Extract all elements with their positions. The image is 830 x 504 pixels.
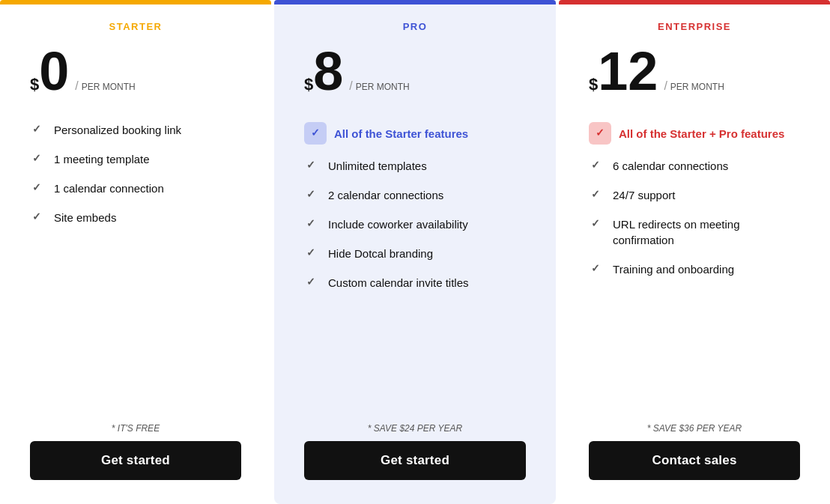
enterprise-feature-3: ✓Training and onboarding <box>589 261 800 277</box>
starter-per-month: PER MONTH <box>82 82 136 92</box>
enterprise-price-amount: 12 <box>598 44 658 98</box>
pro-slash: / <box>349 79 352 93</box>
plan-col-pro: PRO$8/PER MONTH✓All of the Starter featu… <box>274 0 556 504</box>
pro-price-period: /PER MONTH <box>349 79 409 93</box>
enterprise-highlight-text: All of the Starter + Pro features <box>619 126 784 142</box>
enterprise-per-month: PER MONTH <box>670 82 724 92</box>
check-icon: ✓ <box>589 188 602 201</box>
check-icon: ✓ <box>304 217 318 231</box>
enterprise-feature-1: ✓24/7 support <box>589 187 800 203</box>
pro-feature-text-2: Include coworker availability <box>328 216 468 232</box>
check-icon: ✓ <box>30 123 43 136</box>
pro-highlight-text: All of the Starter features <box>334 126 468 142</box>
pro-feature-2: ✓Include coworker availability <box>304 216 526 232</box>
check-icon: ✓ <box>30 210 43 224</box>
starter-price-row: $0/PER MONTH <box>30 44 241 98</box>
pro-feature-1: ✓2 calendar connections <box>304 187 526 203</box>
pro-feature-text-0: Unlimited templates <box>328 158 427 174</box>
pro-feature-text-3: Hide Dotcal branding <box>328 246 433 261</box>
starter-slash: / <box>75 79 78 93</box>
starter-top-bar <box>0 0 271 4</box>
starter-cta-button[interactable]: Get started <box>30 441 241 480</box>
pro-per-month: PER MONTH <box>356 82 410 92</box>
check-icon: ✓ <box>304 188 318 201</box>
enterprise-price-row: $12/PER MONTH <box>589 44 800 98</box>
enterprise-price-period: /PER MONTH <box>664 79 724 93</box>
pro-feature-text-4: Custom calendar invite titles <box>328 275 469 291</box>
starter-price-period: /PER MONTH <box>75 79 135 93</box>
pro-feature-text-1: 2 calendar connections <box>328 187 443 203</box>
check-icon: ✓ <box>304 276 318 289</box>
enterprise-slash: / <box>664 79 667 93</box>
enterprise-dollar-sign: $ <box>589 76 598 93</box>
starter-feature-3: ✓Site embeds <box>30 210 241 225</box>
enterprise-feature-text-2: URL redirects on meeting confirmation <box>613 216 800 248</box>
pricing-container: STARTER$0/PER MONTH✓Personalized booking… <box>0 0 830 504</box>
enterprise-label: ENTERPRISE <box>589 21 800 32</box>
pro-features-list: ✓All of the Starter features✓Unlimited t… <box>304 119 526 405</box>
enterprise-feature-0: ✓6 calendar connections <box>589 158 800 174</box>
starter-savings-note: * IT'S FREE <box>112 423 160 434</box>
starter-feature-1: ✓1 meeting template <box>30 151 241 167</box>
plan-col-enterprise: ENTERPRISE$12/PER MONTH✓All of the Start… <box>559 0 830 504</box>
check-icon: ✓ <box>589 262 602 276</box>
enterprise-badge-box: ✓ <box>589 122 611 145</box>
pro-cta-button[interactable]: Get started <box>304 441 526 480</box>
starter-feature-text-1: 1 meeting template <box>54 151 150 167</box>
starter-dollar-sign: $ <box>30 76 39 93</box>
check-icon: ✓ <box>589 159 602 172</box>
starter-feature-text-0: Personalized booking link <box>54 122 181 138</box>
pro-badge-box: ✓ <box>304 122 327 145</box>
enterprise-feature-text-1: 24/7 support <box>613 187 675 203</box>
enterprise-feature-text-0: 6 calendar connections <box>613 158 728 174</box>
pro-feature-0: ✓Unlimited templates <box>304 158 526 174</box>
pro-savings-note: * SAVE $24 PER YEAR <box>368 423 463 434</box>
starter-price-amount: 0 <box>39 44 69 98</box>
plan-col-starter: STARTER$0/PER MONTH✓Personalized booking… <box>0 0 271 504</box>
enterprise-savings-note: * SAVE $36 PER YEAR <box>647 423 742 434</box>
starter-label: STARTER <box>30 21 241 32</box>
check-icon: ✓ <box>30 152 43 166</box>
check-icon: ✓ <box>304 159 318 172</box>
starter-footer: * IT'S FREEGet started <box>30 423 241 480</box>
pro-dollar-sign: $ <box>304 76 313 93</box>
pro-top-bar <box>274 0 556 4</box>
pro-price-amount: 8 <box>313 44 343 98</box>
enterprise-highlight-feature: ✓All of the Starter + Pro features <box>589 122 800 145</box>
enterprise-feature-2: ✓URL redirects on meeting confirmation <box>589 216 800 248</box>
pro-price-row: $8/PER MONTH <box>304 44 526 98</box>
check-icon: ✓ <box>589 217 602 231</box>
pro-footer: * SAVE $24 PER YEARGet started <box>304 423 526 480</box>
starter-feature-0: ✓Personalized booking link <box>30 122 241 138</box>
enterprise-features-list: ✓All of the Starter + Pro features✓6 cal… <box>589 119 800 405</box>
enterprise-feature-text-3: Training and onboarding <box>613 261 734 277</box>
starter-features-list: ✓Personalized booking link✓1 meeting tem… <box>30 119 241 405</box>
enterprise-cta-button[interactable]: Contact sales <box>589 441 800 480</box>
starter-feature-text-3: Site embeds <box>54 210 116 225</box>
pro-label: PRO <box>304 21 526 32</box>
pro-highlight-feature: ✓All of the Starter features <box>304 122 526 145</box>
starter-feature-2: ✓1 calendar connection <box>30 180 241 196</box>
enterprise-footer: * SAVE $36 PER YEARContact sales <box>589 423 800 480</box>
pro-feature-3: ✓Hide Dotcal branding <box>304 246 526 261</box>
starter-feature-text-2: 1 calendar connection <box>54 180 164 196</box>
enterprise-top-bar <box>559 0 830 4</box>
pro-feature-4: ✓Custom calendar invite titles <box>304 275 526 291</box>
check-icon: ✓ <box>30 181 43 195</box>
check-icon: ✓ <box>304 246 318 260</box>
